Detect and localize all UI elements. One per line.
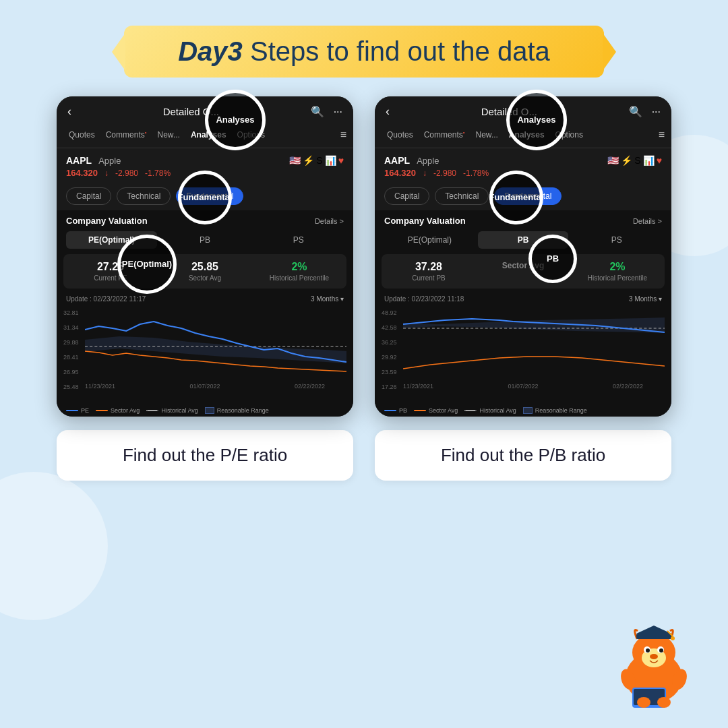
right-header-title: Detailed O... bbox=[481, 106, 537, 117]
left-stat3-value: 2% bbox=[255, 261, 344, 273]
right-stat2-value: Sector Avg bbox=[479, 261, 568, 270]
left-chart-legend: PE Sector Avg Historical Avg Reasonable … bbox=[57, 404, 353, 417]
mascot bbox=[600, 607, 708, 715]
right-change2: -1.78% bbox=[463, 169, 489, 178]
right-phone-card: ‹ Detailed O... 🔍 ··· Quotes Comments• N… bbox=[375, 96, 671, 417]
search-icon[interactable]: 🔍 bbox=[311, 105, 324, 118]
filter-capital-left[interactable]: Capital bbox=[66, 187, 111, 205]
left-menu-icon[interactable]: ≡ bbox=[340, 129, 346, 141]
bg-decoration-left bbox=[0, 472, 108, 620]
tab-pb-right[interactable]: PB bbox=[478, 231, 569, 249]
right-valuation-title: Company Valuation bbox=[384, 216, 466, 226]
left-ticker: AAPL bbox=[66, 155, 92, 166]
left-stat2-value: 25.85 bbox=[160, 261, 249, 273]
right-ticker: AAPL bbox=[384, 155, 410, 166]
nav-news-right[interactable]: New... bbox=[471, 127, 504, 142]
right-y-labels: 48.92 42.58 36.25 29.92 23.59 17.26 bbox=[382, 309, 397, 390]
right-stat2: Sector Avg bbox=[476, 254, 570, 289]
left-update-text: Update : 02/23/2022 11:17 bbox=[66, 295, 146, 303]
right-stock-info: AAPL Apple 🇺🇸 ⚡ S 📊 ♥ 164.320 ↓ -2.980 -… bbox=[375, 148, 671, 182]
nav-analyses-right[interactable]: Analyses bbox=[504, 127, 550, 142]
right-menu-icon[interactable]: ≡ bbox=[659, 129, 665, 141]
left-price: 164.320 bbox=[66, 168, 98, 178]
left-stat3: 2% Historical Percentile bbox=[252, 254, 346, 289]
right-stat3-label: Historical Percentile bbox=[573, 274, 662, 282]
more-icon[interactable]: ··· bbox=[334, 106, 342, 118]
back-icon[interactable]: ‹ bbox=[67, 104, 71, 119]
bottom-card-right: Find out the P/B ratio bbox=[375, 430, 671, 481]
nav-options-right[interactable]: Options bbox=[550, 127, 588, 142]
svg-rect-12 bbox=[636, 634, 671, 639]
right-flag-icons: 🇺🇸 ⚡ S 📊 ♥ bbox=[607, 155, 662, 166]
right-chart-svg bbox=[403, 309, 665, 390]
right-stock-name: Apple bbox=[417, 156, 439, 166]
nav-analyses-left[interactable]: Analyses bbox=[185, 127, 232, 142]
right-details-link[interactable]: Details > bbox=[633, 217, 662, 225]
left-x-labels: 11/23/2021 01/07/2022 02/22/2022 bbox=[57, 382, 353, 390]
tab-pe-optimal-right[interactable]: PE(Optimal) bbox=[384, 231, 475, 249]
left-chart-area: 32.81 31.34 29.88 28.41 26.95 25.48 bbox=[57, 307, 353, 404]
right-x-labels: 11/23/2021 01/07/2022 02/22/2022 bbox=[375, 382, 671, 390]
nav-comments-left[interactable]: Comments• bbox=[100, 127, 152, 142]
right-nav: Quotes Comments• New... Analyses Options… bbox=[375, 124, 671, 148]
left-valuation-title: Company Valuation bbox=[66, 216, 148, 226]
right-stat3-value: 2% bbox=[573, 261, 662, 273]
right-pe-tabs: PE(Optimal) PB PS bbox=[375, 229, 671, 251]
legend-pb-right: PB bbox=[384, 407, 407, 414]
right-period-select[interactable]: 3 Months ▾ bbox=[629, 295, 662, 303]
left-card-wrapper: ‹ Detailed O... 🔍 ··· Quotes Comments• N… bbox=[57, 96, 353, 417]
right-phone-header: ‹ Detailed O... 🔍 ··· bbox=[375, 96, 671, 124]
nav-quotes-right[interactable]: Quotes bbox=[382, 127, 419, 142]
left-stat1-value: 27.25 bbox=[66, 261, 155, 273]
left-phone-header: ‹ Detailed O... 🔍 ··· bbox=[57, 96, 353, 124]
tab-ps-left[interactable]: PS bbox=[253, 231, 344, 249]
svg-point-10 bbox=[659, 648, 663, 653]
svg-point-11 bbox=[650, 654, 658, 659]
tab-ps-right[interactable]: PS bbox=[571, 231, 662, 249]
right-update-row: Update : 02/23/2022 11:18 3 Months ▾ bbox=[375, 291, 671, 307]
left-details-link[interactable]: Details > bbox=[315, 217, 344, 225]
more-icon-right[interactable]: ··· bbox=[652, 106, 661, 118]
back-icon-right[interactable]: ‹ bbox=[386, 104, 390, 119]
tab-pe-optimal-left[interactable]: PE(Optimal) bbox=[66, 231, 157, 249]
left-header-title: Detailed O... bbox=[163, 106, 219, 117]
filter-fundamental-right[interactable]: Fundamental bbox=[494, 187, 562, 205]
bottom-right-text: Find out the P/B ratio bbox=[441, 445, 605, 465]
nav-news-left[interactable]: New... bbox=[152, 127, 185, 142]
nav-options-left[interactable]: Options bbox=[232, 127, 270, 142]
left-stat2: 25.85 Sector Avg bbox=[158, 254, 252, 289]
right-stats-row: 37.28 Current PB Sector Avg 2% Historica… bbox=[382, 254, 665, 289]
right-chart-legend: PB Sector Avg Historical Avg Reasonable … bbox=[375, 404, 671, 417]
filter-capital-right[interactable]: Capital bbox=[384, 187, 429, 205]
right-stat1-label: Current PB bbox=[384, 274, 473, 282]
filter-fundamental-left[interactable]: Fundamental bbox=[176, 187, 243, 205]
svg-marker-13 bbox=[636, 626, 671, 634]
filter-technical-left[interactable]: Technical bbox=[117, 187, 171, 205]
left-stock-info: AAPL Apple 🇺🇸 ⚡ S 📊 ♥ 164.320 ↓ -2.980 -… bbox=[57, 148, 353, 182]
tab-pb-left[interactable]: PB bbox=[160, 231, 251, 249]
right-valuation-header: Company Valuation Details > bbox=[375, 210, 671, 229]
left-flag-icons: 🇺🇸 ⚡ S 📊 ♥ bbox=[289, 155, 344, 166]
filter-technical-right[interactable]: Technical bbox=[435, 187, 489, 205]
legend-range-left: Reasonable Range bbox=[205, 407, 269, 414]
left-period-select[interactable]: 3 Months ▾ bbox=[311, 295, 344, 303]
left-update-row: Update : 02/23/2022 11:17 3 Months ▾ bbox=[57, 291, 353, 307]
bottom-cards: Find out the P/E ratio Find out the P/B … bbox=[0, 417, 728, 481]
search-icon-right[interactable]: 🔍 bbox=[629, 105, 642, 118]
bottom-card-left: Find out the P/E ratio bbox=[57, 430, 353, 481]
nav-quotes-left[interactable]: Quotes bbox=[63, 127, 100, 142]
legend-range-right: Reasonable Range bbox=[523, 407, 587, 414]
main-content: ‹ Detailed O... 🔍 ··· Quotes Comments• N… bbox=[0, 96, 728, 417]
header-banner: Day3 Steps to find out the data bbox=[0, 0, 728, 96]
header-ribbon: Day3 Steps to find out the data bbox=[124, 26, 604, 78]
right-stat3: 2% Historical Percentile bbox=[570, 254, 665, 289]
svg-point-9 bbox=[646, 648, 650, 653]
left-change1: -2.980 bbox=[115, 169, 138, 178]
right-price: 164.320 bbox=[384, 168, 416, 178]
left-stat2-label: Sector Avg bbox=[160, 274, 249, 282]
legend-historical-left: Historical Avg bbox=[146, 407, 198, 414]
legend-sector-right: Sector Avg bbox=[414, 407, 458, 414]
right-change1: -2.980 bbox=[433, 169, 456, 178]
nav-comments-right[interactable]: Comments• bbox=[419, 127, 471, 142]
right-card-wrapper: ‹ Detailed O... 🔍 ··· Quotes Comments• N… bbox=[375, 96, 671, 417]
